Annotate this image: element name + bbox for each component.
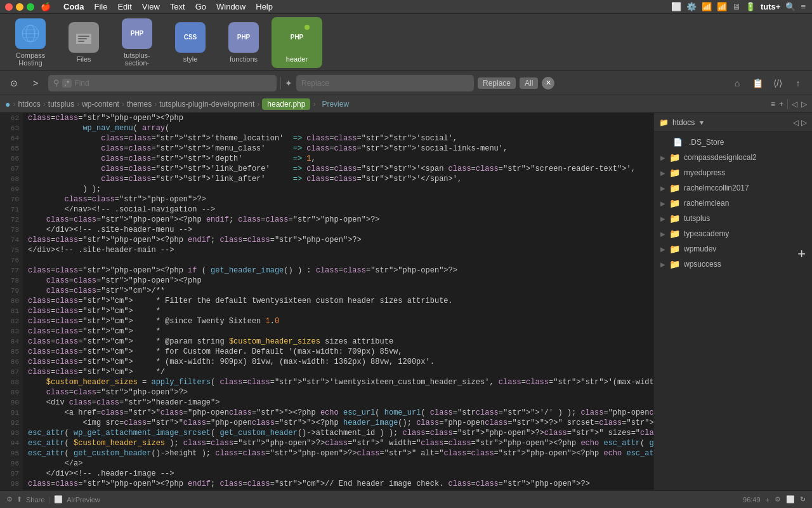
sidebar-item-rachelmclean[interactable]: ▶📁rachelmclean bbox=[654, 196, 812, 211]
search-input[interactable] bbox=[74, 79, 272, 88]
code-line[interactable]: class=class="str">"php-open"><?php bbox=[28, 113, 653, 123]
code-line[interactable]: class=class="str">"cm"> * @since Twenty … bbox=[28, 316, 653, 326]
menu-edit[interactable]: Edit bbox=[117, 2, 131, 11]
sidebar-item-tutsplus[interactable]: ▶📁tutsplus bbox=[654, 211, 812, 226]
code-line[interactable] bbox=[28, 255, 653, 265]
code-line[interactable]: </nav><!-- .social-navigation --> bbox=[28, 204, 653, 215]
code-line[interactable]: </div><!-- .site-header-menu --> bbox=[28, 225, 653, 235]
code-line[interactable]: class=class="str">"php-open"><?php if ( … bbox=[28, 265, 653, 276]
replace-button[interactable]: Replace bbox=[478, 77, 516, 89]
breadcrumb-themes[interactable]: themes bbox=[127, 100, 152, 109]
sidebar-forward-arrow[interactable]: ▷ bbox=[801, 118, 807, 127]
add-tab-button[interactable]: + bbox=[797, 246, 806, 262]
code-line[interactable]: </a> bbox=[28, 458, 653, 469]
code-line[interactable]: class=class="str">"php-open">?> bbox=[28, 387, 653, 398]
app-name[interactable]: Coda bbox=[63, 2, 84, 11]
code-line[interactable]: esc_attr( wp_get_attachment_image_srcset… bbox=[28, 428, 653, 438]
code-line[interactable]: class=class="str">"php-open"><?php endif… bbox=[28, 235, 653, 245]
sidebar-item-wpsuccess[interactable]: ▶📁wpsuccess bbox=[654, 257, 812, 272]
menu-window[interactable]: Window bbox=[216, 2, 246, 11]
code-line[interactable]: $custom_header_sizes = apply_filters( cl… bbox=[28, 377, 653, 387]
tab-files[interactable]: Files bbox=[58, 17, 109, 68]
toolbar-arrow-forward[interactable]: > bbox=[27, 74, 44, 92]
status-airpreview-label[interactable]: AirPreview bbox=[67, 496, 100, 504]
code-line[interactable]: <a href=class="str">"class="php-openclas… bbox=[28, 408, 653, 418]
breadcrumb-tutsplus[interactable]: tutsplus bbox=[48, 100, 74, 109]
tab-tutsplus-section[interactable]: PHP tutsplus-section- bbox=[112, 17, 162, 68]
menu-file[interactable]: File bbox=[95, 2, 108, 11]
code-line[interactable]: class=class="str">"cm"> * @param string … bbox=[28, 337, 653, 347]
code-line[interactable]: class=class="str">"cm"> * (max-width: 90… bbox=[28, 357, 653, 367]
code-line[interactable] bbox=[28, 489, 653, 490]
code-line[interactable]: class=class="str">"cm"> */ bbox=[28, 367, 653, 377]
breadcrumb-preview[interactable]: Preview bbox=[318, 98, 353, 110]
code-line[interactable]: class=class="str">"str">'depth' => 1, bbox=[28, 154, 653, 164]
tab-compass[interactable]: Compass Hosting bbox=[5, 17, 56, 68]
breadcrumb-right-arrow[interactable]: ▷ bbox=[801, 100, 807, 109]
sidebar-item-wpmudev[interactable]: ▶📁wpmudev bbox=[654, 241, 812, 257]
search-icon[interactable]: 🔍 bbox=[785, 2, 796, 11]
replace-input[interactable] bbox=[301, 79, 469, 88]
code-line[interactable]: esc_attr( get_custom_header()->height );… bbox=[28, 448, 653, 458]
code-line[interactable]: class=class="str">"str">'menu_class' => … bbox=[28, 144, 653, 154]
code-line[interactable]: esc_attr( $custom_header_sizes ); class=… bbox=[28, 438, 653, 448]
code-line[interactable]: <img src=class="str">"class="php-opencla… bbox=[28, 418, 653, 428]
status-icon-b[interactable]: ↻ bbox=[800, 495, 806, 504]
status-airpreview-icon[interactable]: ⬜ bbox=[54, 495, 63, 504]
code-line[interactable]: wp_nav_menu( array( bbox=[28, 123, 653, 133]
breadcrumb-wp-content[interactable]: wp-content bbox=[82, 100, 119, 109]
menu-help[interactable]: Help bbox=[256, 2, 273, 11]
code-line[interactable]: class=class="str">"str">'link_before' =>… bbox=[28, 164, 653, 174]
upload-icon[interactable]: ↑ bbox=[789, 74, 807, 92]
close-window-button[interactable] bbox=[5, 3, 13, 11]
code-line[interactable]: class=class="str">"cm"> * for Custom Hea… bbox=[28, 347, 653, 357]
menu-view[interactable]: View bbox=[142, 2, 160, 11]
tab-functions[interactable]: PHP functions bbox=[218, 17, 269, 68]
code-line[interactable]: </div><!-- .header-image --> bbox=[28, 469, 653, 479]
breadcrumb-left-arrow[interactable]: ◁ bbox=[792, 100, 797, 109]
close-search-button[interactable]: ✕ bbox=[542, 77, 554, 90]
home-icon[interactable]: ⌂ bbox=[728, 74, 746, 92]
minimize-window-button[interactable] bbox=[16, 3, 23, 11]
code-line[interactable]: class=class="str">"str">'theme_location'… bbox=[28, 133, 653, 144]
code-line[interactable]: class=class="str">"str">'link_after' => … bbox=[28, 174, 653, 184]
status-share-icon[interactable]: ⬆ bbox=[16, 495, 22, 504]
status-add-icon[interactable]: + bbox=[766, 496, 769, 504]
code-line[interactable]: class=class="str">"php-open">?> bbox=[28, 194, 653, 204]
breadcrumb-htdocs[interactable]: htdocs bbox=[18, 100, 40, 109]
status-icon-a[interactable]: ⬜ bbox=[786, 495, 795, 504]
code-line[interactable]: class=class="str">"php-open"><?php endif… bbox=[28, 215, 653, 225]
sidebar-item-myedupress[interactable]: ▶📁myedupress bbox=[654, 165, 812, 180]
status-settings-icon[interactable]: ⚙ bbox=[6, 495, 13, 504]
code-line[interactable]: class=class="str">"cm">/** bbox=[28, 286, 653, 296]
tab-header[interactable]: PHP header bbox=[272, 17, 322, 68]
code-line[interactable]: class=class="str">"cm"> * Filter the def… bbox=[28, 296, 653, 306]
code-line[interactable]: class=class="str">"php-open"><?php endif… bbox=[28, 479, 653, 489]
breadcrumb-plus-icon[interactable]: + bbox=[779, 100, 783, 109]
code-line[interactable]: class=class="str">"php-open"><?php bbox=[28, 276, 653, 286]
sidebar-item-compassdesignlocal2[interactable]: ▶📁compassdesignlocal2 bbox=[654, 150, 812, 165]
sidebar-item--ds-store[interactable]: 📄.DS_Store bbox=[654, 135, 812, 150]
status-share-label[interactable]: Share bbox=[26, 496, 44, 504]
replace-all-button[interactable]: All bbox=[520, 77, 538, 89]
toolbar-view-toggle[interactable]: ⊙ bbox=[5, 74, 23, 92]
sidebar-item-typeacademy[interactable]: ▶📁typeacademy bbox=[654, 226, 812, 241]
sidebar-back-arrow[interactable]: ◁ bbox=[793, 118, 799, 127]
sidebar-item-rachelmccollin2017[interactable]: ▶📁rachelmccollin2017 bbox=[654, 180, 812, 196]
tab-style[interactable]: CSS style bbox=[165, 17, 216, 68]
regex-toggle[interactable]: .* bbox=[62, 79, 72, 88]
code-line[interactable]: class=class="str">"cm"> * bbox=[28, 306, 653, 316]
sidebar-dropdown-icon[interactable]: ▾ bbox=[700, 118, 704, 127]
breadcrumb-plugin-dev[interactable]: tutsplus-plugin-development bbox=[159, 100, 254, 109]
apple-menu[interactable]: 🍎 bbox=[41, 2, 51, 11]
files-icon-toolbar[interactable]: 📋 bbox=[749, 74, 766, 92]
status-options-icon[interactable]: ⚙ bbox=[775, 495, 781, 504]
code-line[interactable]: </div><!-- .site-header-main --> bbox=[28, 245, 653, 255]
code-editor[interactable]: 6263646566676869707172737475767778798081… bbox=[0, 113, 653, 490]
code-icon[interactable]: ⟨/⟩ bbox=[769, 74, 787, 92]
code-line[interactable]: <div class=class="str">"header-image"> bbox=[28, 398, 653, 408]
code-content[interactable]: class=class="str">"php-open"><?php wp_na… bbox=[23, 113, 653, 490]
menu-go[interactable]: Go bbox=[195, 2, 206, 11]
code-line[interactable]: class=class="str">"cm"> * bbox=[28, 326, 653, 337]
breadcrumb-active-file[interactable]: header.php bbox=[262, 98, 310, 110]
